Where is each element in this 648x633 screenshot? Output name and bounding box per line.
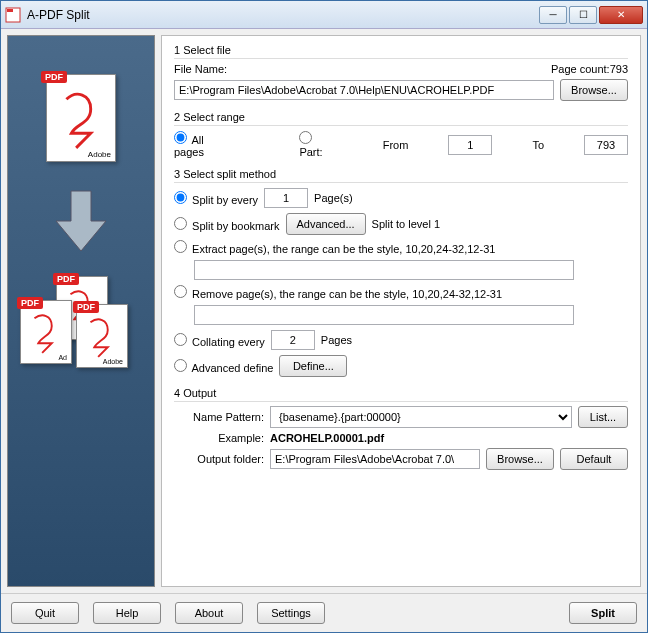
window-title: A-PDF Split <box>27 8 537 22</box>
pages-suffix-2: Pages <box>321 334 352 346</box>
radio-collating[interactable]: Collating every <box>174 333 265 348</box>
app-icon <box>5 7 21 23</box>
to-label: To <box>532 139 544 151</box>
arrow-down-icon <box>51 186 111 256</box>
collating-input[interactable] <box>271 330 315 350</box>
main-panel: 1 Select file File Name: Page count:793 … <box>161 35 641 587</box>
split-button[interactable]: Split <box>569 602 637 624</box>
extract-pages-input[interactable] <box>194 260 574 280</box>
radio-extract-pages[interactable]: Extract page(s), the range can be the st… <box>174 240 495 255</box>
svg-rect-1 <box>7 9 13 12</box>
browse-output-button[interactable]: Browse... <box>486 448 554 470</box>
pages-suffix: Page(s) <box>314 192 353 204</box>
output-folder-label: Output folder: <box>174 453 264 465</box>
about-button[interactable]: About <box>175 602 243 624</box>
radio-remove-pages[interactable]: Remove page(s), the range can be the sty… <box>174 285 502 300</box>
example-label: Example: <box>174 432 264 444</box>
radio-advanced-define[interactable]: Advanced define <box>174 359 273 374</box>
filename-label: File Name: <box>174 63 227 75</box>
default-button[interactable]: Default <box>560 448 628 470</box>
section2-title: 2 Select range <box>174 111 628 126</box>
define-button[interactable]: Define... <box>279 355 347 377</box>
radio-all-pages[interactable]: All pages <box>174 131 209 158</box>
split-every-input[interactable] <box>264 188 308 208</box>
body: PDF Adobe PDF PDF Ad PDF <box>1 29 647 593</box>
maximize-button[interactable]: ☐ <box>569 6 597 24</box>
minimize-button[interactable]: ─ <box>539 6 567 24</box>
radio-part[interactable]: Part: <box>299 131 322 158</box>
from-label: From <box>383 139 409 151</box>
footer: Quit Help About Settings Split <box>1 593 647 632</box>
section4-title: 4 Output <box>174 387 628 402</box>
section-output: 4 Output Name Pattern: {basename}.{part:… <box>174 387 628 470</box>
to-input[interactable] <box>584 135 628 155</box>
titlebar: A-PDF Split ─ ☐ ✕ <box>1 1 647 29</box>
section1-title: 1 Select file <box>174 44 628 59</box>
browse-file-button[interactable]: Browse... <box>560 79 628 101</box>
settings-button[interactable]: Settings <box>257 602 325 624</box>
split-to-level-label: Split to level 1 <box>372 218 440 230</box>
close-button[interactable]: ✕ <box>599 6 643 24</box>
example-value: ACROHELP.00001.pdf <box>270 432 384 444</box>
radio-split-every[interactable]: Split by every <box>174 191 258 206</box>
sidebar-illustration: PDF Adobe PDF PDF Ad PDF <box>7 35 155 587</box>
remove-pages-input[interactable] <box>194 305 574 325</box>
help-button[interactable]: Help <box>93 602 161 624</box>
quit-button[interactable]: Quit <box>11 602 79 624</box>
filename-input[interactable] <box>174 80 554 100</box>
section-select-range: 2 Select range All pages Part: From To <box>174 111 628 158</box>
radio-split-bookmark[interactable]: Split by bookmark <box>174 217 280 232</box>
section3-title: 3 Select split method <box>174 168 628 183</box>
section-select-file: 1 Select file File Name: Page count:793 … <box>174 44 628 101</box>
pagecount-text: Page count:793 <box>551 63 628 75</box>
from-input[interactable] <box>448 135 492 155</box>
list-button[interactable]: List... <box>578 406 628 428</box>
section-split-method: 3 Select split method Split by every Pag… <box>174 168 628 377</box>
name-pattern-label: Name Pattern: <box>174 411 264 423</box>
pdf-source-icon: PDF Adobe <box>38 66 124 166</box>
window-controls: ─ ☐ ✕ <box>537 6 643 24</box>
advanced-bookmark-button[interactable]: Advanced... <box>286 213 366 235</box>
output-folder-input[interactable] <box>270 449 480 469</box>
name-pattern-combo[interactable]: {basename}.{part:00000} <box>270 406 572 428</box>
app-window: A-PDF Split ─ ☐ ✕ PDF Adobe PDF <box>0 0 648 633</box>
pdf-result-icon: PDF PDF Ad PDF Adobe <box>16 276 146 376</box>
